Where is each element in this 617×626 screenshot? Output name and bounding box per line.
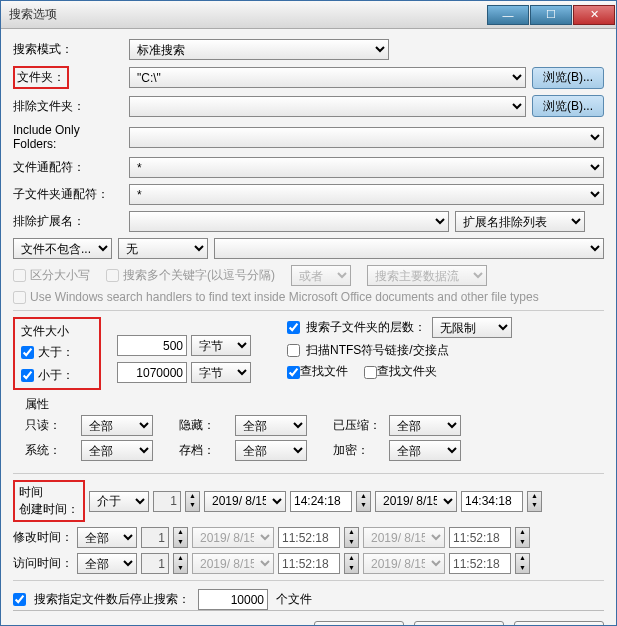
none-select[interactable]: 无 xyxy=(118,238,208,259)
search-files-check[interactable]: 查找文件 xyxy=(287,363,348,380)
atime-label: 访问时间： xyxy=(13,555,73,572)
greater-check[interactable] xyxy=(21,346,34,359)
compressed-label: 已压缩： xyxy=(333,417,383,434)
atime-time1-spin[interactable]: ▲▼ xyxy=(344,553,359,574)
greater-unit[interactable]: 字节 xyxy=(191,335,251,356)
atime-time1 xyxy=(278,553,340,574)
case-sensitive-check[interactable]: 区分大小写 xyxy=(13,267,90,284)
mtime-num xyxy=(141,527,169,548)
include-only-select[interactable] xyxy=(129,127,604,148)
less-value[interactable] xyxy=(117,362,187,383)
search-mode-select[interactable]: 标准搜索 xyxy=(129,39,389,60)
hidden-label: 隐藏： xyxy=(179,417,229,434)
stop-after-value[interactable] xyxy=(198,589,268,610)
window-title: 搜索选项 xyxy=(9,6,487,23)
ctime-num-spin[interactable]: ▲▼ xyxy=(185,491,200,512)
files-unit-label: 个文件 xyxy=(276,591,312,608)
file-wildcard-label: 文件通配符： xyxy=(13,159,123,176)
close-button[interactable]: ✕ xyxy=(573,5,615,25)
file-size-title: 文件大小 xyxy=(21,323,93,340)
mtime-label: 修改时间： xyxy=(13,529,73,546)
include-only-label: Include Only Folders: xyxy=(13,123,123,151)
file-wildcard-select[interactable]: * xyxy=(129,157,604,178)
atime-time2-spin[interactable]: ▲▼ xyxy=(515,553,530,574)
browse-exclude-button[interactable]: 浏览(B)... xyxy=(532,95,604,117)
mtime-time2-spin[interactable]: ▲▼ xyxy=(515,527,530,548)
greater-label: 大于： xyxy=(38,344,93,361)
system-label: 系统： xyxy=(25,442,75,459)
subfolder-levels-select[interactable]: 无限制 xyxy=(432,317,512,338)
scan-ntfs-label: 扫描NTFS符号链接/交接点 xyxy=(306,342,449,359)
search-folders-check[interactable]: 查找文件夹 xyxy=(364,363,437,380)
content-value-select[interactable] xyxy=(214,238,604,259)
stop-after-label: 搜索指定文件数后停止搜索： xyxy=(34,591,190,608)
attrs-title: 属性 xyxy=(25,396,604,413)
readonly-select[interactable]: 全部 xyxy=(81,415,153,436)
browse-folder-button[interactable]: 浏览(B)... xyxy=(532,67,604,89)
less-label: 小于： xyxy=(38,367,93,384)
titlebar[interactable]: 搜索选项 — ☐ ✕ xyxy=(1,1,616,29)
default-settings-button[interactable]: 默认设置(R) xyxy=(514,621,604,625)
mtime-time2 xyxy=(449,527,511,548)
ctime-num xyxy=(153,491,181,512)
exclude-folder-label: 排除文件夹： xyxy=(13,98,123,115)
stop-after-check[interactable] xyxy=(13,593,26,606)
encrypted-label: 加密： xyxy=(333,442,383,459)
mtime-time1 xyxy=(278,527,340,548)
exclude-folder-select[interactable] xyxy=(129,96,526,117)
exclude-ext-label: 排除扩展名： xyxy=(13,213,123,230)
atime-date2: 2019/ 8/15 xyxy=(363,553,445,574)
system-select[interactable]: 全部 xyxy=(81,440,153,461)
encrypted-select[interactable]: 全部 xyxy=(389,440,461,461)
mtime-date2: 2019/ 8/15 xyxy=(363,527,445,548)
ext-exclude-list-select[interactable]: 扩展名排除列表 xyxy=(455,211,585,232)
folder-label: 文件夹： xyxy=(13,66,123,89)
hidden-select[interactable]: 全部 xyxy=(235,415,307,436)
archive-label: 存档： xyxy=(179,442,229,459)
less-check[interactable] xyxy=(21,369,34,382)
atime-num xyxy=(141,553,169,574)
ctime-date2[interactable]: 2019/ 8/15 xyxy=(375,491,457,512)
ctime-time2-spin[interactable]: ▲▼ xyxy=(527,491,542,512)
maximize-button[interactable]: ☐ xyxy=(530,5,572,25)
ctime-time1[interactable] xyxy=(290,491,352,512)
atime-num-spin[interactable]: ▲▼ xyxy=(173,553,188,574)
subfolder-levels-check[interactable] xyxy=(287,321,300,334)
subfolder-wildcard-label: 子文件夹通配符： xyxy=(13,186,123,203)
mtime-mode[interactable]: 全部 xyxy=(77,527,137,548)
atime-mode[interactable]: 全部 xyxy=(77,553,137,574)
scan-ntfs-check[interactable] xyxy=(287,344,300,357)
ctime-time1-spin[interactable]: ▲▼ xyxy=(356,491,371,512)
atime-date1: 2019/ 8/15 xyxy=(192,553,274,574)
ctime-time2[interactable] xyxy=(461,491,523,512)
use-handlers-check[interactable]: Use Windows search handlers to find text… xyxy=(13,290,539,304)
less-unit[interactable]: 字节 xyxy=(191,362,251,383)
time-title-box: 时间 创建时间： xyxy=(13,480,85,522)
minimize-button[interactable]: — xyxy=(487,5,529,25)
content-area: 搜索模式： 标准搜索 文件夹： "C:\" 浏览(B)... 排除文件夹： 浏览… xyxy=(1,29,616,625)
file-size-group: 文件大小 大于： 小于： xyxy=(13,317,101,390)
mtime-num-spin[interactable]: ▲▼ xyxy=(173,527,188,548)
subfolder-wildcard-select[interactable]: * xyxy=(129,184,604,205)
greater-value[interactable] xyxy=(117,335,187,356)
start-search-button[interactable]: 开始搜索(S) xyxy=(314,621,404,625)
folder-select[interactable]: "C:\" xyxy=(129,67,526,88)
multi-keywords-check[interactable]: 搜索多个关键字(以逗号分隔) xyxy=(106,267,275,284)
close-dialog-button[interactable]: 关闭(C) xyxy=(414,621,504,625)
archive-select[interactable]: 全部 xyxy=(235,440,307,461)
search-options-window: 搜索选项 — ☐ ✕ 搜索模式： 标准搜索 文件夹： "C:\" 浏览(B)..… xyxy=(0,0,617,626)
file-not-contain-select[interactable]: 文件不包含... xyxy=(13,238,112,259)
search-mode-label: 搜索模式： xyxy=(13,41,123,58)
or-select: 或者 xyxy=(291,265,351,286)
search-stream-select: 搜索主要数据流 xyxy=(367,265,487,286)
readonly-label: 只读： xyxy=(25,417,75,434)
mtime-date1: 2019/ 8/15 xyxy=(192,527,274,548)
ctime-mode[interactable]: 介于 xyxy=(89,491,149,512)
atime-time2 xyxy=(449,553,511,574)
ctime-date1[interactable]: 2019/ 8/15 xyxy=(204,491,286,512)
subfolder-levels-label: 搜索子文件夹的层数： xyxy=(306,319,426,336)
exclude-ext-select[interactable] xyxy=(129,211,449,232)
compressed-select[interactable]: 全部 xyxy=(389,415,461,436)
mtime-time1-spin[interactable]: ▲▼ xyxy=(344,527,359,548)
